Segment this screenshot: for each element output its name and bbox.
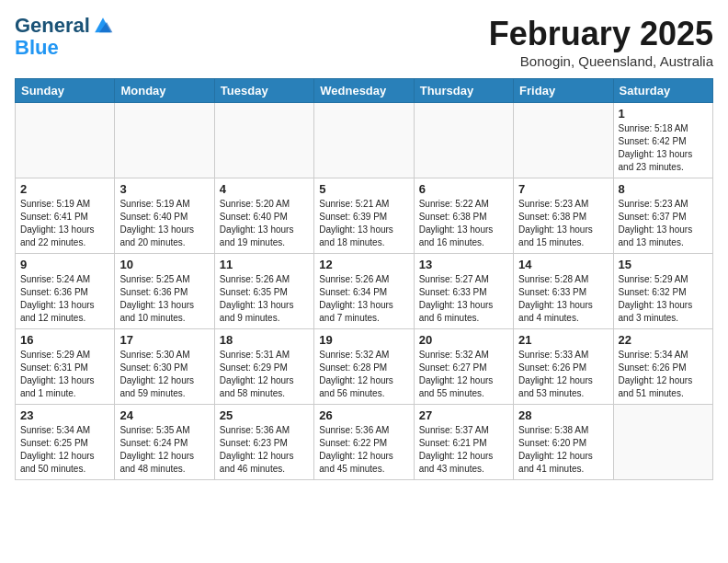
day-number: 9 — [20, 258, 109, 271]
calendar-week-row: 2Sunrise: 5:19 AM Sunset: 6:41 PM Daylig… — [16, 178, 713, 254]
calendar-cell — [414, 103, 513, 178]
calendar-cell: 23Sunrise: 5:34 AM Sunset: 6:25 PM Dayli… — [16, 405, 115, 480]
day-number: 5 — [319, 182, 408, 196]
day-number: 2 — [20, 182, 109, 196]
calendar-cell: 1Sunrise: 5:18 AM Sunset: 6:42 PM Daylig… — [613, 103, 712, 178]
day-number: 17 — [119, 333, 209, 347]
day-info: Sunrise: 5:38 AM Sunset: 6:20 PM Dayligh… — [518, 424, 608, 476]
logo: General Blue — [15, 15, 114, 59]
calendar-cell: 16Sunrise: 5:29 AM Sunset: 6:31 PM Dayli… — [16, 329, 115, 405]
day-info: Sunrise: 5:37 AM Sunset: 6:21 PM Dayligh… — [419, 424, 508, 476]
calendar-cell: 3Sunrise: 5:19 AM Sunset: 6:40 PM Daylig… — [115, 178, 214, 254]
weekday-header: Saturday — [613, 79, 712, 103]
day-number: 1 — [619, 107, 708, 121]
day-number: 11 — [220, 258, 309, 271]
calendar-cell: 2Sunrise: 5:19 AM Sunset: 6:41 PM Daylig… — [16, 178, 115, 254]
day-number: 15 — [619, 258, 708, 271]
calendar-cell: 11Sunrise: 5:26 AM Sunset: 6:35 PM Dayli… — [214, 254, 313, 329]
day-number: 26 — [319, 408, 408, 422]
day-number: 3 — [119, 182, 209, 196]
calendar-cell: 12Sunrise: 5:26 AM Sunset: 6:34 PM Dayli… — [314, 254, 414, 329]
day-info: Sunrise: 5:28 AM Sunset: 6:33 PM Dayligh… — [518, 273, 608, 325]
day-number: 21 — [518, 333, 608, 347]
day-info: Sunrise: 5:29 AM Sunset: 6:31 PM Dayligh… — [20, 349, 109, 400]
calendar-week-row: 23Sunrise: 5:34 AM Sunset: 6:25 PM Dayli… — [16, 405, 713, 480]
calendar-cell: 28Sunrise: 5:38 AM Sunset: 6:20 PM Dayli… — [514, 405, 613, 480]
weekday-header: Monday — [115, 79, 214, 103]
day-info: Sunrise: 5:36 AM Sunset: 6:22 PM Dayligh… — [319, 424, 408, 476]
calendar-week-row: 9Sunrise: 5:24 AM Sunset: 6:36 PM Daylig… — [16, 254, 713, 329]
calendar-cell: 13Sunrise: 5:27 AM Sunset: 6:33 PM Dayli… — [414, 254, 513, 329]
calendar-cell: 8Sunrise: 5:23 AM Sunset: 6:37 PM Daylig… — [613, 178, 712, 254]
month-title: February 2025 — [489, 15, 713, 53]
calendar-cell — [16, 103, 115, 178]
weekday-header: Tuesday — [214, 79, 313, 103]
calendar-cell: 19Sunrise: 5:32 AM Sunset: 6:28 PM Dayli… — [314, 329, 414, 405]
day-number: 12 — [319, 258, 408, 271]
calendar-cell: 20Sunrise: 5:32 AM Sunset: 6:27 PM Dayli… — [414, 329, 513, 405]
calendar-cell: 14Sunrise: 5:28 AM Sunset: 6:33 PM Dayli… — [514, 254, 613, 329]
day-number: 23 — [20, 408, 109, 422]
calendar-cell: 25Sunrise: 5:36 AM Sunset: 6:23 PM Dayli… — [214, 405, 313, 480]
calendar-cell — [314, 103, 414, 178]
day-number: 27 — [419, 408, 508, 422]
day-info: Sunrise: 5:32 AM Sunset: 6:27 PM Dayligh… — [419, 349, 508, 400]
day-info: Sunrise: 5:27 AM Sunset: 6:33 PM Dayligh… — [419, 273, 508, 325]
calendar-week-row: 1Sunrise: 5:18 AM Sunset: 6:42 PM Daylig… — [16, 103, 713, 178]
day-info: Sunrise: 5:19 AM Sunset: 6:41 PM Dayligh… — [20, 198, 109, 249]
day-number: 7 — [518, 182, 608, 196]
calendar-header-row: SundayMondayTuesdayWednesdayThursdayFrid… — [16, 79, 713, 103]
calendar-cell — [514, 103, 613, 178]
calendar-cell: 21Sunrise: 5:33 AM Sunset: 6:26 PM Dayli… — [514, 329, 613, 405]
day-info: Sunrise: 5:20 AM Sunset: 6:40 PM Dayligh… — [220, 198, 309, 249]
day-info: Sunrise: 5:35 AM Sunset: 6:24 PM Dayligh… — [119, 424, 209, 476]
calendar-table: SundayMondayTuesdayWednesdayThursdayFrid… — [15, 78, 713, 480]
day-number: 19 — [319, 333, 408, 347]
day-info: Sunrise: 5:36 AM Sunset: 6:23 PM Dayligh… — [220, 424, 309, 476]
day-info: Sunrise: 5:34 AM Sunset: 6:25 PM Dayligh… — [20, 424, 109, 476]
day-info: Sunrise: 5:24 AM Sunset: 6:36 PM Dayligh… — [20, 273, 109, 325]
day-info: Sunrise: 5:23 AM Sunset: 6:37 PM Dayligh… — [619, 198, 708, 249]
logo-icon — [92, 15, 114, 37]
logo-subtext: Blue — [15, 36, 59, 59]
calendar-cell: 10Sunrise: 5:25 AM Sunset: 6:36 PM Dayli… — [115, 254, 214, 329]
day-info: Sunrise: 5:29 AM Sunset: 6:32 PM Dayligh… — [619, 273, 708, 325]
calendar-cell — [214, 103, 313, 178]
day-number: 22 — [619, 333, 708, 347]
day-info: Sunrise: 5:32 AM Sunset: 6:28 PM Dayligh… — [319, 349, 408, 400]
calendar-cell: 9Sunrise: 5:24 AM Sunset: 6:36 PM Daylig… — [16, 254, 115, 329]
day-info: Sunrise: 5:30 AM Sunset: 6:30 PM Dayligh… — [119, 349, 209, 400]
day-info: Sunrise: 5:26 AM Sunset: 6:34 PM Dayligh… — [319, 273, 408, 325]
day-info: Sunrise: 5:25 AM Sunset: 6:36 PM Dayligh… — [119, 273, 209, 325]
weekday-header: Thursday — [414, 79, 513, 103]
day-info: Sunrise: 5:26 AM Sunset: 6:35 PM Dayligh… — [220, 273, 309, 325]
calendar-week-row: 16Sunrise: 5:29 AM Sunset: 6:31 PM Dayli… — [16, 329, 713, 405]
calendar-cell: 18Sunrise: 5:31 AM Sunset: 6:29 PM Dayli… — [214, 329, 313, 405]
calendar-cell: 27Sunrise: 5:37 AM Sunset: 6:21 PM Dayli… — [414, 405, 513, 480]
day-number: 10 — [119, 258, 209, 271]
weekday-header: Wednesday — [314, 79, 414, 103]
day-info: Sunrise: 5:21 AM Sunset: 6:39 PM Dayligh… — [319, 198, 408, 249]
weekday-header: Friday — [514, 79, 613, 103]
day-number: 18 — [220, 333, 309, 347]
day-info: Sunrise: 5:18 AM Sunset: 6:42 PM Dayligh… — [619, 122, 708, 174]
calendar-cell: 24Sunrise: 5:35 AM Sunset: 6:24 PM Dayli… — [115, 405, 214, 480]
day-info: Sunrise: 5:23 AM Sunset: 6:38 PM Dayligh… — [518, 198, 608, 249]
calendar-cell: 17Sunrise: 5:30 AM Sunset: 6:30 PM Dayli… — [115, 329, 214, 405]
location: Bonogin, Queensland, Australia — [489, 53, 713, 69]
page-header: General Blue February 2025 Bonogin, Quee… — [15, 15, 713, 69]
calendar-cell: 6Sunrise: 5:22 AM Sunset: 6:38 PM Daylig… — [414, 178, 513, 254]
calendar-cell: 5Sunrise: 5:21 AM Sunset: 6:39 PM Daylig… — [314, 178, 414, 254]
calendar-cell — [115, 103, 214, 178]
day-number: 8 — [619, 182, 708, 196]
day-number: 14 — [518, 258, 608, 271]
calendar-cell: 4Sunrise: 5:20 AM Sunset: 6:40 PM Daylig… — [214, 178, 313, 254]
title-block: February 2025 Bonogin, Queensland, Austr… — [489, 15, 713, 69]
day-info: Sunrise: 5:31 AM Sunset: 6:29 PM Dayligh… — [220, 349, 309, 400]
day-info: Sunrise: 5:19 AM Sunset: 6:40 PM Dayligh… — [119, 198, 209, 249]
day-number: 13 — [419, 258, 508, 271]
day-number: 28 — [518, 408, 608, 422]
day-number: 4 — [220, 182, 309, 196]
calendar-cell: 15Sunrise: 5:29 AM Sunset: 6:32 PM Dayli… — [613, 254, 712, 329]
weekday-header: Sunday — [16, 79, 115, 103]
